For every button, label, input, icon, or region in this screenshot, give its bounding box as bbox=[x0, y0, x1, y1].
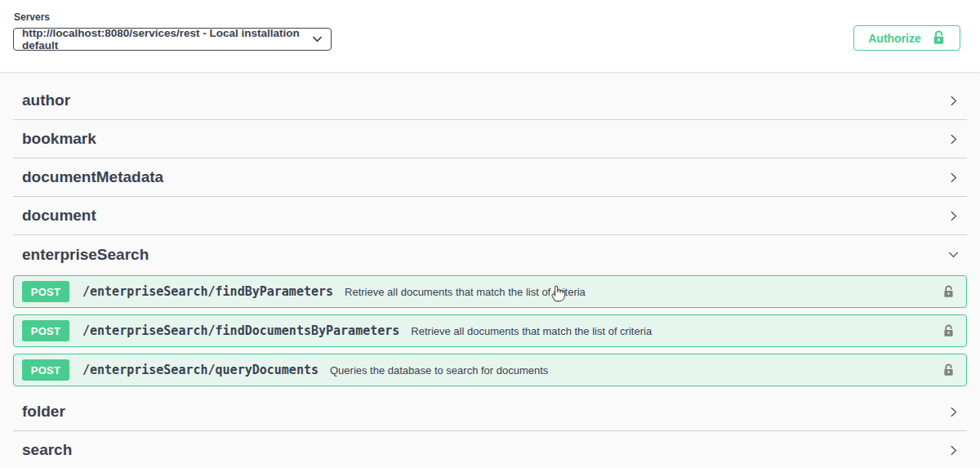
endpoint-path: /enterpriseSearch/queryDocuments bbox=[82, 363, 318, 377]
section-header-documentMetadata[interactable]: documentMetadata bbox=[13, 158, 967, 197]
api-sections: author bookmark documentMetadata documen… bbox=[0, 72, 980, 468]
chevron-right-icon bbox=[947, 406, 960, 418]
section-header-author[interactable]: author bbox=[13, 82, 967, 120]
chevron-right-icon bbox=[947, 210, 960, 222]
section-header-folder[interactable]: folder bbox=[13, 393, 967, 431]
authorize-label: Authorize bbox=[868, 32, 921, 45]
section-enterpriseSearch: enterpriseSearch POST /enterpriseSearch/… bbox=[13, 235, 967, 386]
endpoint-row[interactable]: POST /enterpriseSearch/findDocumentsByPa… bbox=[13, 314, 967, 347]
chevron-right-icon bbox=[947, 444, 960, 457]
section-header-document[interactable]: document bbox=[13, 197, 967, 235]
servers-label: Servers bbox=[14, 11, 332, 23]
method-badge: POST bbox=[22, 281, 69, 302]
unlock-icon bbox=[932, 30, 946, 46]
section-bookmark: bookmark bbox=[13, 120, 967, 158]
section-header-enterpriseSearch[interactable]: enterpriseSearch bbox=[13, 235, 967, 274]
section-documentMetadata: documentMetadata bbox=[13, 158, 967, 197]
method-badge: POST bbox=[22, 359, 69, 381]
section-title: author bbox=[22, 91, 70, 109]
section-operations: POST /enterpriseSearch/findByParameters … bbox=[13, 275, 967, 386]
endpoint-summary: Retrieve all documents that match the li… bbox=[411, 325, 652, 337]
section-header-bookmark[interactable]: bookmark bbox=[13, 120, 967, 158]
endpoint-summary: Retrieve all documents that match the li… bbox=[345, 286, 586, 298]
chevron-down-icon bbox=[305, 36, 322, 42]
unlock-icon[interactable] bbox=[942, 285, 955, 299]
endpoint-summary: Queries the database to search for docum… bbox=[330, 364, 548, 377]
servers-block: Servers http://localhost:8080/services/r… bbox=[13, 10, 332, 51]
endpoint-path: /enterpriseSearch/findDocumentsByParamet… bbox=[82, 323, 399, 338]
endpoint-row[interactable]: POST /enterpriseSearch/findByParameters … bbox=[13, 275, 967, 308]
section-title: bookmark bbox=[22, 130, 96, 148]
section-title: document bbox=[22, 207, 96, 225]
chevron-down-icon bbox=[947, 248, 960, 261]
section-title: documentMetadata bbox=[22, 168, 163, 186]
section-search: search bbox=[13, 431, 967, 468]
unlock-icon[interactable] bbox=[942, 324, 955, 338]
section-title: enterpriseSearch bbox=[22, 246, 149, 264]
authorize-button[interactable]: Authorize bbox=[853, 25, 960, 51]
section-document: document bbox=[13, 197, 967, 235]
section-folder: folder bbox=[13, 393, 967, 431]
method-badge: POST bbox=[22, 320, 69, 341]
scheme-bar: Servers http://localhost:8080/services/r… bbox=[0, 0, 980, 72]
chevron-right-icon bbox=[947, 133, 960, 145]
section-author: author bbox=[13, 82, 967, 120]
endpoint-path: /enterpriseSearch/findByParameters bbox=[82, 284, 333, 299]
section-title: folder bbox=[22, 403, 65, 421]
section-header-search[interactable]: search bbox=[13, 431, 967, 468]
servers-select-value: http://localhost:8080/services/rest - Lo… bbox=[22, 27, 305, 51]
servers-select[interactable]: http://localhost:8080/services/rest - Lo… bbox=[13, 28, 332, 51]
chevron-right-icon bbox=[947, 95, 960, 107]
section-title: search bbox=[22, 441, 72, 459]
unlock-icon[interactable] bbox=[942, 363, 955, 377]
endpoint-row[interactable]: POST /enterpriseSearch/queryDocuments Qu… bbox=[13, 354, 967, 386]
chevron-right-icon bbox=[947, 172, 960, 184]
